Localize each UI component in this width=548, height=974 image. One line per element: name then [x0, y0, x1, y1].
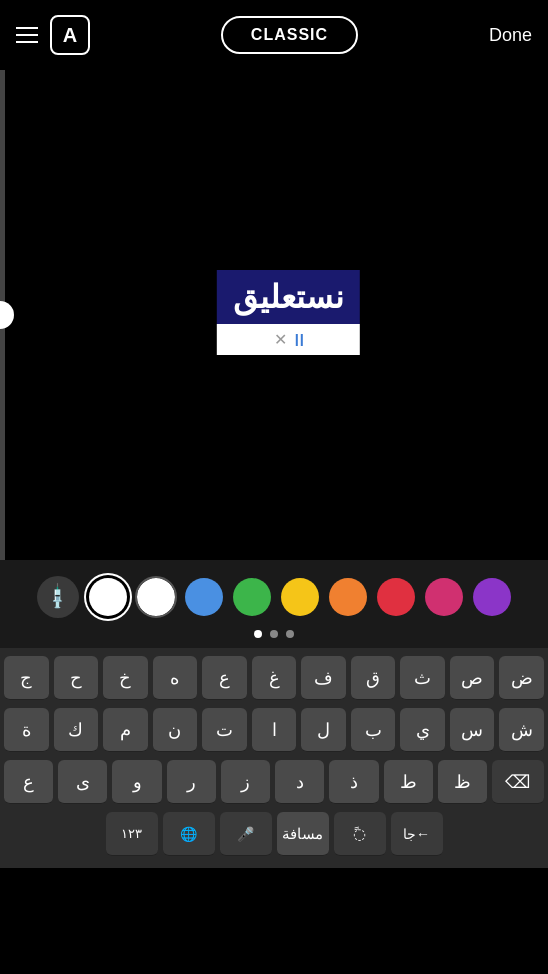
key-alef-maqsura[interactable]: ى: [58, 760, 107, 804]
key-zay[interactable]: ز: [221, 760, 270, 804]
color-swatch-orange[interactable]: [329, 578, 367, 616]
color-swatch-pink[interactable]: [425, 578, 463, 616]
key-lam[interactable]: ل: [301, 708, 346, 752]
key-sheen[interactable]: ش: [499, 708, 544, 752]
key-ya[interactable]: ي: [400, 708, 445, 752]
diacritic-key[interactable]: ً◌: [334, 812, 386, 856]
keyboard-row-3: ع ى و ر ز د ذ ط ظ ⌫: [4, 760, 544, 804]
numbers-key[interactable]: ١٢٣: [106, 812, 158, 856]
header: A CLASSIC Done: [0, 0, 548, 70]
key-meem[interactable]: م: [103, 708, 148, 752]
text-controls: ✕: [217, 324, 360, 355]
color-swatch-purple[interactable]: [473, 578, 511, 616]
key-jeem[interactable]: ج: [4, 656, 49, 700]
key-ha[interactable]: ح: [54, 656, 99, 700]
backspace-key[interactable]: ⌫: [492, 760, 544, 804]
key-ha2[interactable]: ه: [153, 656, 198, 700]
text-highlight: نستعليق: [217, 270, 360, 324]
color-swatch-blue[interactable]: [185, 578, 223, 616]
color-swatch-red[interactable]: [377, 578, 415, 616]
key-tha[interactable]: ث: [400, 656, 445, 700]
keyboard-row-1: ج ح خ ه ع غ ف ق ث ص ض: [4, 656, 544, 700]
color-row: 💉: [21, 572, 527, 622]
bar-line-1: [295, 334, 297, 346]
color-swatch-green[interactable]: [233, 578, 271, 616]
key-kha[interactable]: خ: [103, 656, 148, 700]
return-key[interactable]: جا←: [391, 812, 443, 856]
bar-line-2: [300, 334, 302, 346]
eyedropper-button[interactable]: 💉: [37, 576, 79, 618]
key-ain[interactable]: ع: [202, 656, 247, 700]
color-picker-area: 💉: [0, 560, 548, 648]
dot-2: [270, 630, 278, 638]
color-swatch-yellow[interactable]: [281, 578, 319, 616]
canvas-area: نستعليق ✕: [0, 70, 548, 560]
key-ta[interactable]: ت: [202, 708, 247, 752]
font-a-button[interactable]: A: [50, 15, 90, 55]
mic-key[interactable]: 🎤: [220, 812, 272, 856]
key-noon[interactable]: ن: [153, 708, 198, 752]
keyboard-row-2: ة ك م ن ت ا ل ب ي س ش: [4, 708, 544, 752]
color-swatch-white-outline[interactable]: [137, 578, 175, 616]
arabic-text: نستعليق: [233, 279, 344, 315]
key-ghain[interactable]: غ: [252, 656, 297, 700]
key-dad[interactable]: ض: [499, 656, 544, 700]
key-dal[interactable]: د: [275, 760, 324, 804]
key-ain2[interactable]: ع: [4, 760, 53, 804]
key-ba[interactable]: ب: [351, 708, 396, 752]
key-zhal[interactable]: ذ: [329, 760, 378, 804]
key-ta-marbuta[interactable]: ة: [4, 708, 49, 752]
space-key[interactable]: مسافة: [277, 812, 329, 856]
keyboard-row-4: ١٢٣ 🌐 🎤 مسافة ً◌ جا←: [4, 812, 544, 856]
eyedropper-icon: 💉: [42, 581, 73, 612]
dot-1: [254, 630, 262, 638]
close-icon[interactable]: ✕: [274, 330, 287, 349]
header-left: A: [16, 15, 90, 55]
globe-key[interactable]: 🌐: [163, 812, 215, 856]
key-waw[interactable]: و: [112, 760, 161, 804]
key-seen[interactable]: س: [450, 708, 495, 752]
key-fa[interactable]: ف: [301, 656, 346, 700]
key-qaf[interactable]: ق: [351, 656, 396, 700]
key-zah[interactable]: ظ: [438, 760, 487, 804]
dot-3: [286, 630, 294, 638]
color-swatch-white-filled[interactable]: [89, 578, 127, 616]
key-alef[interactable]: ا: [252, 708, 297, 752]
done-button[interactable]: Done: [489, 25, 532, 46]
keyboard: ج ح خ ه ع غ ف ق ث ص ض ة ك م ن ت ا ل ب ي …: [0, 648, 548, 868]
dot-indicators: [254, 630, 294, 638]
key-sad[interactable]: ص: [450, 656, 495, 700]
menu-icon[interactable]: [16, 27, 38, 43]
style-classic-button[interactable]: CLASSIC: [221, 16, 358, 54]
key-kaf[interactable]: ك: [54, 708, 99, 752]
text-bar-lines: [295, 334, 302, 346]
key-tah[interactable]: ط: [384, 760, 433, 804]
circle-handle[interactable]: [0, 301, 14, 329]
key-ra[interactable]: ر: [167, 760, 216, 804]
left-bar: [0, 70, 5, 560]
text-block[interactable]: نستعليق ✕: [217, 270, 360, 355]
